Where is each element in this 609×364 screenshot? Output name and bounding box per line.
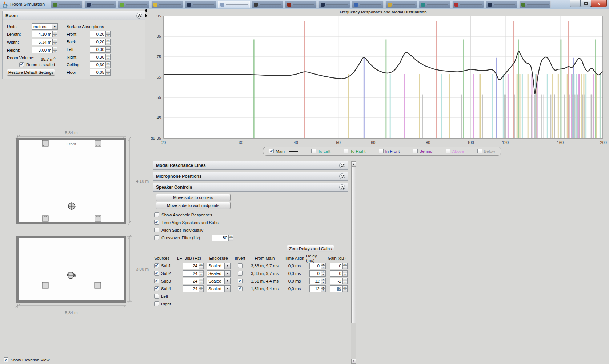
- speaker-sub4[interactable]: [95, 216, 101, 221]
- dim-field-spinner-value[interactable]: 4,10 m: [32, 31, 53, 37]
- taskbar-window-button[interactable]: [486, 1, 517, 8]
- dim-field-spinner[interactable]: 5,34 m▲▼: [32, 39, 57, 45]
- spinner-down-icon[interactable]: ▼: [343, 266, 348, 269]
- taskbar-window-button[interactable]: [84, 1, 116, 8]
- spinner-down-icon[interactable]: ▼: [343, 289, 348, 292]
- taskbar-window-button[interactable]: [419, 1, 450, 8]
- taskbar-window-button[interactable]: [452, 1, 484, 8]
- absorption-spinner-value[interactable]: 0,05: [90, 69, 106, 76]
- source-enable-checkbox[interactable]: [154, 301, 159, 306]
- microphone-positions-panel-header[interactable]: Microphone Positions: [153, 172, 348, 181]
- splitter-expand-right-icon[interactable]: [145, 14, 147, 17]
- legend-item-in-front[interactable]: In Front: [379, 149, 400, 153]
- show-elevation-checkbox[interactable]: ✔: [4, 357, 8, 362]
- spinner-up-icon[interactable]: ▲: [106, 31, 111, 35]
- spinner-up-icon[interactable]: ▲: [106, 54, 111, 57]
- spinner-down-icon[interactable]: ▼: [106, 73, 111, 76]
- crossover-filter-value[interactable]: 80: [212, 235, 229, 241]
- legend-checkbox[interactable]: [379, 149, 384, 153]
- speaker-sub2[interactable]: [95, 140, 101, 146]
- absorption-spinner-value[interactable]: 0,30: [90, 46, 106, 53]
- absorption-spinner-value[interactable]: 0,30: [90, 61, 106, 68]
- spinner-up-icon[interactable]: ▲: [321, 285, 326, 289]
- speaker-option-checkbox[interactable]: [154, 228, 159, 232]
- spinner-up-icon[interactable]: ▲: [199, 270, 204, 274]
- source-enable-checkbox[interactable]: ✔: [154, 263, 159, 268]
- absorption-spinner[interactable]: 0,20▲▼: [90, 39, 111, 45]
- scroll-up-icon[interactable]: ▲: [351, 161, 356, 167]
- lf-spinner[interactable]: 24▲▼: [183, 263, 204, 269]
- source-enable-checkbox[interactable]: ✔: [154, 271, 159, 276]
- collapse-panel-button[interactable]: [136, 13, 142, 19]
- vertical-scrollbar[interactable]: ▲ ▼: [351, 161, 356, 364]
- legend-checkbox[interactable]: [311, 149, 316, 153]
- legend-checkbox[interactable]: [446, 149, 450, 153]
- spinner-up-icon[interactable]: ▲: [53, 47, 57, 51]
- source-enable-checkbox[interactable]: ✔: [154, 279, 159, 283]
- spinner-down-icon[interactable]: ▼: [321, 266, 326, 269]
- spinner-down-icon[interactable]: ▼: [343, 281, 348, 284]
- absorption-spinner-value[interactable]: 0,20: [90, 31, 106, 37]
- taskbar-window-button[interactable]: [385, 1, 417, 8]
- taskbar-window-button[interactable]: [285, 1, 317, 8]
- minimize-button[interactable]: –: [570, 0, 581, 7]
- spinner-down-icon[interactable]: ▼: [199, 289, 204, 292]
- spinner-up-icon[interactable]: ▲: [321, 263, 326, 266]
- spinner-up-icon[interactable]: ▲: [199, 263, 204, 266]
- taskbar-window-button[interactable]: [252, 1, 283, 8]
- gain-spinner[interactable]: 0▲▼: [330, 270, 348, 277]
- spinner-up-icon[interactable]: ▲: [343, 270, 348, 274]
- absorption-spinner[interactable]: 0,30▲▼: [90, 61, 111, 68]
- elevation-sub-left[interactable]: [42, 282, 48, 288]
- spinner-down-icon[interactable]: ▼: [53, 43, 57, 46]
- spinner-up-icon[interactable]: ▲: [106, 46, 111, 50]
- lf-spinner[interactable]: 24▲▼: [183, 270, 204, 277]
- spinner-up-icon[interactable]: ▲: [106, 61, 111, 65]
- spinner-down-icon[interactable]: ▼: [53, 51, 57, 54]
- delay-spinner-value[interactable]: 12: [309, 278, 321, 284]
- dim-field-spinner[interactable]: 4,10 m▲▼: [32, 31, 57, 37]
- absorption-spinner-value[interactable]: 0,30: [90, 54, 106, 60]
- delay-spinner-value[interactable]: 12: [309, 285, 321, 292]
- speaker-option-checkbox[interactable]: [154, 212, 159, 217]
- spinner-up-icon[interactable]: ▲: [229, 235, 233, 238]
- restore-defaults-button[interactable]: Restore Default Settings: [7, 69, 55, 76]
- spinner-up-icon[interactable]: ▲: [106, 69, 111, 73]
- taskbar-window-button[interactable]: [185, 1, 216, 8]
- move-subs-corners-button[interactable]: Move subs to corners: [156, 194, 231, 201]
- spinner-up-icon[interactable]: ▲: [343, 278, 348, 281]
- lf-spinner-value[interactable]: 24: [183, 278, 199, 284]
- taskbar-window-button[interactable]: [352, 1, 384, 8]
- gain-spinner[interactable]: -2▲▼: [330, 278, 348, 284]
- spinner-down-icon[interactable]: ▼: [343, 273, 348, 277]
- invert-checkbox[interactable]: ✔: [238, 286, 243, 291]
- speaker-option-checkbox[interactable]: ✔: [154, 220, 159, 225]
- invert-checkbox[interactable]: ✔: [238, 279, 243, 283]
- gain-spinner-value[interactable]: -2: [330, 278, 343, 284]
- units-combo[interactable]: metres▼: [32, 23, 58, 30]
- delay-spinner[interactable]: 0▲▼: [309, 270, 326, 277]
- taskbar-window-button[interactable]: [51, 1, 83, 8]
- chevron-down-icon[interactable]: ▼: [224, 285, 231, 292]
- move-subs-midpoints-button[interactable]: Move subs to wall midpoints: [156, 202, 231, 209]
- spinner-down-icon[interactable]: ▼: [106, 65, 111, 68]
- legend-item-to-left[interactable]: To Left: [311, 149, 330, 153]
- spinner-up-icon[interactable]: ▲: [343, 285, 348, 289]
- legend-checkbox[interactable]: [344, 149, 348, 153]
- enclosure-combo[interactable]: Sealed▼: [207, 278, 231, 284]
- chevron-down-icon[interactable]: ▼: [224, 278, 231, 284]
- spinner-up-icon[interactable]: ▲: [106, 39, 111, 42]
- invert-checkbox[interactable]: [238, 271, 243, 276]
- spinner-down-icon[interactable]: ▼: [229, 238, 233, 241]
- taskbar-window-button[interactable]: [519, 1, 551, 8]
- modal-resonance-panel-header[interactable]: Modal Resonance Lines: [153, 161, 348, 170]
- absorption-spinner[interactable]: 0,20▲▼: [90, 31, 111, 37]
- taskbar-window-button[interactable]: [318, 1, 350, 8]
- room-sealed-checkbox[interactable]: ✔: [19, 62, 24, 67]
- source-enable-checkbox[interactable]: [154, 294, 159, 299]
- enclosure-combo[interactable]: Sealed▼: [207, 270, 231, 277]
- spinner-up-icon[interactable]: ▲: [53, 31, 57, 35]
- spinner-down-icon[interactable]: ▼: [106, 42, 111, 45]
- spinner-down-icon[interactable]: ▼: [106, 50, 111, 53]
- spinner-down-icon[interactable]: ▼: [199, 281, 204, 284]
